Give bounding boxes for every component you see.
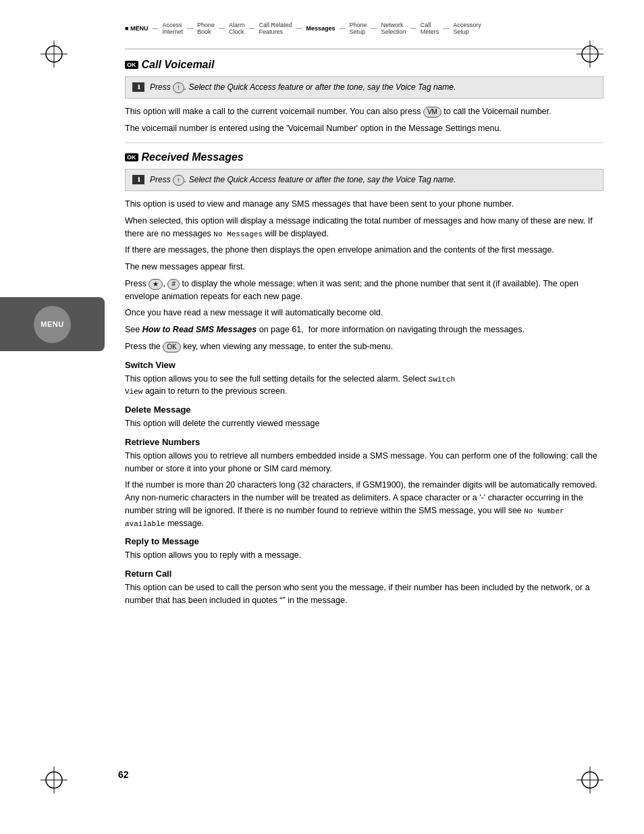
section1-title: Call Voicemail (142, 59, 215, 71)
section1-heading: OK Call Voicemail (125, 59, 603, 71)
no-messages-mono: No Messages (213, 230, 263, 238)
subheading-retrieve-numbers: Retrieve Numbers (125, 437, 603, 447)
nav-item-4[interactable]: Messages (304, 24, 338, 33)
nav-item-2[interactable]: AlarmClock (226, 20, 248, 36)
section1-press-label: Press (150, 82, 171, 92)
switch-view-mono: SwitchView (125, 375, 455, 396)
section2-qa-icon: ℹ (132, 175, 144, 184)
star-btn: ★ (149, 279, 163, 290)
nav-item-8[interactable]: AccessorySetup (450, 20, 484, 36)
side-menu-tab: MENU (0, 297, 105, 351)
nav-bar-divider (125, 49, 603, 49)
nav-item-6[interactable]: NetworkSelection (379, 20, 409, 36)
body-p6: Once you have read a new message it will… (125, 307, 603, 319)
body-switch-view: This option allows you to see the full s… (125, 373, 603, 398)
section2-up-btn: ↑ (173, 175, 184, 186)
section1-qa-box: ℹ Press ↑. Select the Quick Access featu… (125, 76, 603, 99)
subheading-return-call: Return Call (125, 569, 603, 579)
section1-ok-icon: OK (125, 61, 138, 69)
corner-mark-br (576, 766, 603, 793)
main-content: ■ MENU — AccessInternet — PhoneBook — Al… (105, 0, 644, 631)
subheading-reply-to-message: Reply to Message (125, 536, 603, 546)
nav-bar: ■ MENU — AccessInternet — PhoneBook — Al… (125, 20, 603, 36)
no-number-mono: No Numberavailable (125, 507, 564, 528)
nav-item-1[interactable]: PhoneBook (194, 20, 217, 36)
section2-ok-icon: OK (125, 153, 138, 161)
body-return-call: This option can be used to call the pers… (125, 581, 603, 607)
section1-up-btn: ↑ (173, 82, 184, 93)
nav-item-5[interactable]: PhoneSetup (347, 20, 370, 36)
page-number: 62 (118, 769, 129, 780)
hash-btn: # (167, 279, 180, 290)
section1-body2: The voicemail number is entered using th… (125, 122, 603, 135)
section2-qa-box: ℹ Press ↑. Select the Quick Access featu… (125, 169, 603, 191)
body-retrieve-2: If the number is more than 20 characters… (125, 479, 603, 529)
section2-title: Received Messages (142, 151, 244, 163)
corner-mark-tr (576, 41, 603, 68)
page-container: MENU ■ MENU — AccessInternet — PhoneBook… (0, 0, 644, 834)
section1-qa-text: Press ↑. Select the Quick Access feature… (150, 82, 456, 93)
subheading-switch-view: Switch View (125, 360, 603, 370)
vm-button: VM (423, 107, 441, 118)
nav-item-7[interactable]: CallMeters (418, 20, 442, 36)
body-p5: Press ★, # to display the whole message;… (125, 278, 603, 303)
body-p3: If there are messages, the phone then di… (125, 244, 603, 257)
section2-heading: OK Received Messages (125, 151, 603, 163)
section-divider-1 (125, 142, 603, 143)
body-delete-message: This option will delete the currently vi… (125, 417, 603, 430)
subheading-delete-message: Delete Message (125, 405, 603, 415)
section2-press-label: Press (150, 175, 171, 184)
corner-mark-bl (41, 766, 68, 793)
menu-button[interactable]: MENU (34, 306, 71, 343)
section2-qa-text: Press ↑. Select the Quick Access feature… (150, 174, 456, 186)
section1-qa-icon: ℹ (132, 82, 144, 92)
nav-menu-label: ■ MENU (125, 25, 148, 32)
corner-mark-tl (41, 41, 68, 68)
body-reply-to-message: This option allows you to reply with a m… (125, 549, 603, 562)
nav-item-3[interactable]: Call RelatedFeatures (257, 20, 295, 36)
body-p7: See How to Read SMS Messages on page 61,… (125, 323, 603, 336)
body-retrieve-1: This option allows you to retrieve all n… (125, 450, 603, 475)
body-p2: When selected, this option will display … (125, 215, 603, 240)
ok-btn-inline: OK (163, 342, 180, 353)
body-p8: Press the OK key, when viewing any messa… (125, 340, 603, 353)
body-p1: This option is used to view and manage a… (125, 198, 603, 211)
body-p4: The new messages appear first. (125, 261, 603, 273)
section1-body1: This option will make a call to the curr… (125, 105, 603, 118)
nav-item-0[interactable]: AccessInternet (159, 20, 186, 36)
